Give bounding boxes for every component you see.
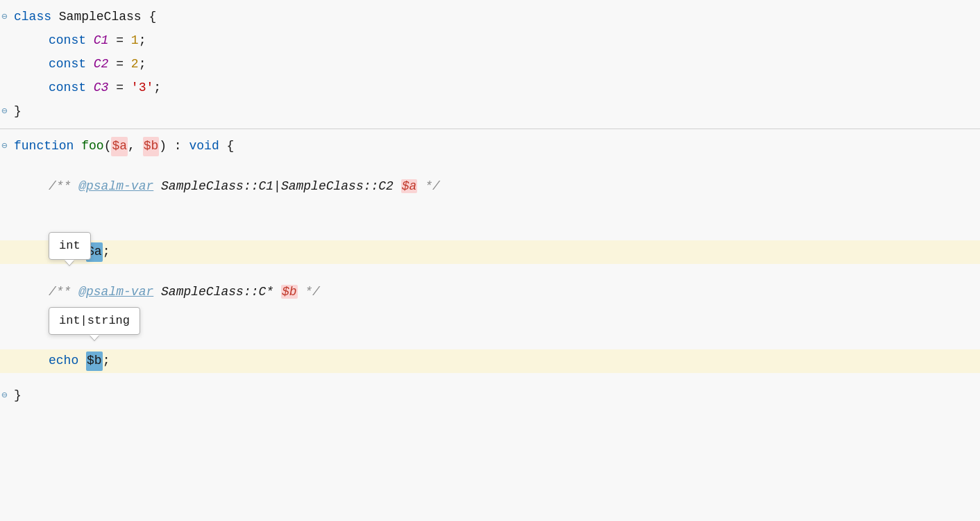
semi-b: ; (103, 352, 110, 371)
param-a: $a (111, 137, 128, 156)
comment-b-line: /** @psalm-var SampleClass::C* $b */ (0, 281, 980, 304)
type-void: void (189, 137, 219, 156)
comment-a-line: /** @psalm-var SampleClass::C1|SampleCla… (0, 175, 980, 199)
class-name: SampleClass { (59, 8, 156, 27)
punct-eq-3: = (108, 78, 130, 98)
fold-icon[interactable]: ⊖ (1, 10, 7, 25)
num-2: 2 (131, 55, 139, 74)
comma: , (128, 137, 143, 156)
class-section: ⊖ class SampleClass { const C1 = 1; cons… (0, 0, 980, 129)
comment-b-text: /** @psalm-var SampleClass::C* $b */ (49, 283, 320, 302)
fold-icon-func[interactable]: ⊖ (1, 140, 7, 155)
str-3: '3' (131, 78, 153, 98)
keyword-function: function (14, 137, 81, 156)
paren-open: ( (104, 137, 112, 156)
tooltip-a-label: int (59, 239, 81, 252)
function-section: ⊖ function foo($a, $b) : void { /** @psa… (0, 129, 980, 413)
tooltip-a-line: int (0, 199, 980, 240)
num-1: 1 (131, 31, 139, 51)
keyword-const-2: const (49, 55, 94, 74)
const-name-c3: C3 (94, 78, 109, 98)
semi-a: ; (103, 242, 110, 262)
psalm-tag-b: @psalm-var (78, 285, 153, 299)
punct-eq-2: = (108, 55, 130, 74)
tooltip-b-line: int|string (0, 304, 980, 349)
semi-1: ; (139, 31, 146, 51)
tooltip-a: int (49, 232, 91, 260)
comment-a-text: /** @psalm-var SampleClass::C1|SampleCla… (49, 177, 440, 197)
code-editor: ⊖ class SampleClass { const C1 = 1; cons… (0, 0, 980, 521)
function-sig-line: ⊖ function foo($a, $b) : void { (0, 135, 980, 158)
const-name-c1: C1 (94, 31, 109, 51)
param-b: $b (143, 137, 160, 156)
keyword-const-3: const (49, 78, 94, 98)
const-c3-line: const C3 = '3'; (0, 76, 980, 100)
comment-var-b: $b (281, 285, 298, 299)
psalm-tag-a: @psalm-var (78, 179, 153, 193)
class-close-brace: } (14, 102, 22, 122)
empty-line-3 (0, 373, 980, 384)
class-ref-b: SampleClass::C* (161, 285, 273, 299)
comment-var-a: $a (401, 179, 418, 193)
const-name-c2: C2 (94, 55, 109, 74)
tooltip-b-label: int|string (59, 314, 130, 327)
punct-eq-1: = (108, 31, 130, 51)
func-close-brace: } (14, 386, 22, 406)
var-b-highlight: $b (86, 352, 103, 371)
func-open-brace: { (219, 137, 235, 156)
empty-line-1 (0, 158, 980, 175)
tooltip-b: int|string (49, 307, 140, 335)
keyword-class: class (14, 8, 59, 27)
semi-2: ; (139, 55, 146, 74)
func-name: foo (81, 137, 103, 156)
echo-b-line: echo $b; (0, 349, 980, 373)
func-close-line: ⊖ } (0, 384, 980, 408)
fold-icon-close[interactable]: ⊖ (1, 104, 7, 119)
semi-3: ; (153, 78, 161, 98)
keyword-const-1: const (49, 31, 94, 51)
keyword-echo-b: echo (49, 352, 86, 371)
empty-line-2 (0, 264, 980, 281)
fold-icon-func-close[interactable]: ⊖ (1, 388, 7, 404)
class-close-line: ⊖ } (0, 100, 980, 124)
const-c2-line: const C2 = 2; (0, 53, 980, 76)
paren-close: ) : (159, 137, 189, 156)
class-ref-a: SampleClass::C1|SampleClass::C2 (161, 179, 394, 193)
class-open-line: ⊖ class SampleClass { (0, 6, 980, 29)
echo-a-line: echo $a; (0, 240, 980, 264)
const-c1-line: const C1 = 1; (0, 29, 980, 53)
